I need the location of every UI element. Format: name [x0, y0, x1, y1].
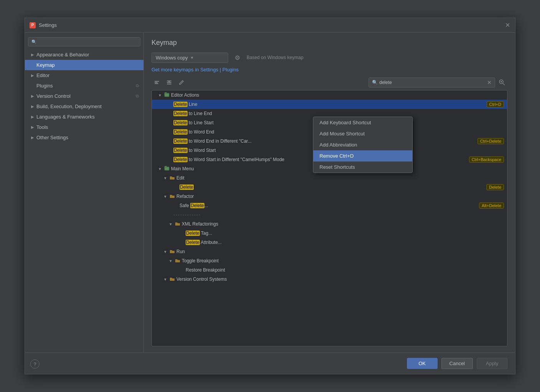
row-label: Edit	[176, 175, 504, 181]
folder-icon	[170, 193, 175, 200]
ok-button[interactable]: OK	[407, 358, 438, 369]
sidebar-search-box[interactable]: 🔍	[28, 37, 140, 46]
group-icon	[164, 92, 170, 99]
sidebar-item-label: Plugins	[36, 83, 136, 89]
tree-row[interactable]: Delete Tag...	[152, 229, 507, 238]
tree-row[interactable]: Restore Breakpoint	[152, 265, 507, 275]
ctx-add-keyboard-shortcut[interactable]: Add Keyboard Shortcut	[313, 117, 412, 128]
close-button[interactable]: ✕	[504, 22, 510, 28]
highlight-text: Delete	[173, 120, 188, 125]
expand-all-button[interactable]	[164, 77, 175, 88]
sidebar-item-keymap[interactable]: ▶ Keymap	[25, 60, 143, 70]
highlight-text: Delete	[190, 203, 204, 208]
tree-row[interactable]: ▼ Edit	[152, 173, 507, 183]
sidebar-search-icon: 🔍	[31, 40, 37, 44]
keymap-header: Windows copy ▼ ⚙ Based on Windows keymap	[151, 52, 507, 63]
folder-icon	[170, 175, 175, 181]
apply-button[interactable]: Apply	[477, 358, 507, 369]
sidebar-item-label: Editor	[36, 72, 139, 78]
toolbar-row: 🔍 ✕	[151, 77, 507, 88]
tree-row[interactable]: ▼ Version Control Systems	[152, 275, 507, 284]
row-label: Delete to Line End	[173, 111, 504, 116]
sidebar: 🔍 ▶ Appearance & Behavior ▶ Keymap ▶ Edi…	[25, 33, 144, 352]
folder-icon	[170, 249, 175, 255]
highlight-text: Delete	[173, 138, 188, 144]
expand-arrow-icon: ▶	[31, 104, 34, 109]
folder-icon	[175, 258, 180, 264]
expand-arrow-icon: ▼	[163, 250, 168, 254]
sidebar-item-version-control[interactable]: ▶ Version Control ⧉	[25, 91, 143, 101]
sidebar-item-tools[interactable]: ▶ Tools	[25, 122, 143, 132]
tree-row[interactable]: ▼ Run	[152, 247, 507, 256]
tree-row[interactable]: Delete Delete	[152, 183, 507, 192]
folder-icon	[175, 221, 180, 227]
dialog-title: Settings	[39, 22, 504, 28]
tree-search-input[interactable]	[379, 80, 487, 85]
expand-arrow-icon: ▼	[169, 222, 173, 226]
get-more-keymaps-link[interactable]: Get more keymaps in Settings | Plugins	[151, 67, 507, 72]
sidebar-item-appearance-behavior[interactable]: ▶ Appearance & Behavior	[25, 49, 143, 60]
row-label: Refactor	[176, 194, 504, 199]
ctx-reset-shortcuts[interactable]: Reset Shortcuts	[313, 161, 412, 173]
svg-rect-1	[155, 82, 158, 83]
highlight-text: Delete	[186, 240, 200, 245]
settings-dialog: P Settings ✕ 🔍 ▶ Appearance & Behavior ▶…	[25, 18, 515, 374]
highlight-text: Delete	[173, 111, 188, 116]
collapse-all-button[interactable]	[151, 77, 162, 88]
sidebar-item-plugins[interactable]: ▶ Plugins ⧉	[25, 81, 143, 91]
tree-row-separator: ------------	[152, 210, 507, 219]
highlight-text: Delete	[186, 231, 200, 236]
keymap-select[interactable]: Windows copy ▼	[151, 53, 228, 63]
tree-row[interactable]: Safe Delete... Alt+Delete	[152, 201, 507, 210]
folder-icon	[170, 276, 175, 283]
group-icon	[164, 166, 170, 172]
find-in-path-button[interactable]	[497, 77, 507, 88]
sidebar-item-build-execution-deployment[interactable]: ▶ Build, Execution, Deployment	[25, 101, 143, 112]
dialog-footer: OK Cancel Apply	[25, 352, 515, 374]
tree-row[interactable]: ▼ Editor Actions	[152, 91, 507, 100]
keymap-gear-button[interactable]: ⚙	[232, 52, 243, 63]
sidebar-item-label: Languages & Frameworks	[36, 114, 139, 120]
row-label: Restore Breakpoint	[186, 267, 504, 273]
sidebar-item-other-settings[interactable]: ▶ Other Settings	[25, 132, 143, 143]
sidebar-item-languages-frameworks[interactable]: ▶ Languages & Frameworks	[25, 112, 143, 122]
highlight-text: Delete	[173, 102, 188, 107]
shortcut-badge: Ctrl+Delete	[477, 138, 504, 144]
app-icon: P	[30, 22, 36, 28]
tree-row[interactable]: ▼ Toggle Breakpoint	[152, 256, 507, 265]
row-label: Toggle Breakpoint	[182, 258, 504, 264]
expand-arrow-icon: ▶	[31, 73, 34, 77]
expand-arrow-icon: ▼	[158, 93, 163, 97]
tree-row[interactable]: Delete Line Ctrl+D	[152, 100, 507, 109]
edit-button[interactable]	[176, 77, 187, 88]
highlight-text: Delete	[179, 184, 194, 190]
row-label: Safe Delete...	[179, 203, 477, 208]
tree-row[interactable]: ▼ XML Refactorings	[152, 219, 507, 229]
expand-arrow-icon: ▶	[31, 135, 34, 140]
tree-row[interactable]: ▼ Refactor	[152, 192, 507, 201]
search-clear-button[interactable]: ✕	[487, 79, 492, 86]
ctx-add-mouse-shortcut[interactable]: Add Mouse Shortcut	[313, 128, 412, 139]
expand-arrow-icon: ▼	[169, 259, 173, 263]
main-content: Keymap Windows copy ▼ ⚙ Based on Windows…	[144, 33, 515, 352]
row-label: Version Control Systems	[176, 277, 504, 282]
ctx-add-abbreviation[interactable]: Add Abbreviation	[313, 139, 412, 150]
expand-arrow-icon: ▶	[31, 125, 34, 129]
row-label: XML Refactorings	[182, 221, 504, 227]
tree-row[interactable]: Delete Attribute...	[152, 238, 507, 247]
sidebar-item-editor[interactable]: ▶ Editor	[25, 70, 143, 81]
sidebar-search-input[interactable]	[38, 39, 137, 44]
help-button[interactable]: ?	[30, 359, 40, 369]
title-bar: P Settings ✕	[25, 18, 515, 33]
svg-rect-10	[165, 92, 167, 94]
svg-rect-3	[167, 81, 171, 81]
keymap-tree[interactable]: ▼ Editor Actions Delete Line	[151, 90, 507, 346]
copy-icon: ⧉	[136, 94, 139, 99]
highlight-text: Delete	[173, 129, 188, 135]
sidebar-item-label: Build, Execution, Deployment	[36, 104, 139, 109]
shortcut-badge: Alt+Delete	[479, 203, 504, 209]
keymap-based-text: Based on Windows keymap	[247, 55, 303, 60]
ctx-remove-ctrl-d[interactable]: Remove Ctrl+D	[313, 150, 412, 161]
shortcut-badge: Ctrl+Backspace	[469, 156, 504, 163]
cancel-button[interactable]: Cancel	[441, 358, 473, 369]
